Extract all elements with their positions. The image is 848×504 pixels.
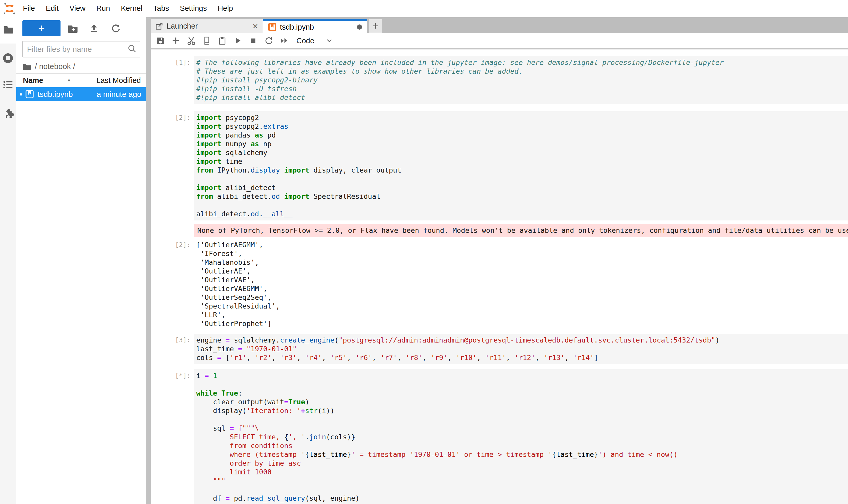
notebook-icon: [268, 23, 276, 31]
file-row-selected[interactable]: tsdb.ipynb a minute ago: [16, 87, 146, 101]
upload-button[interactable]: [86, 21, 102, 36]
cell-3: [3]:engine = sqlalchemy.create_engine("p…: [151, 334, 848, 364]
extension-manager-tab-icon[interactable]: [3, 107, 14, 119]
refresh-button[interactable]: [108, 21, 123, 36]
notebook-file-icon: [25, 90, 34, 98]
notebook-toolbar: Code: [151, 33, 848, 50]
unsaved-dot-icon: [20, 93, 22, 95]
new-tab-button[interactable]: +: [369, 19, 382, 33]
running-kernels-tab-icon[interactable]: [2, 52, 14, 65]
save-button[interactable]: [153, 35, 168, 47]
notebook-scroll-area[interactable]: [1]:# The following libraries have alrea…: [151, 50, 848, 504]
menu-bar: File Edit View Run Kernel Tabs Settings …: [0, 0, 848, 17]
menu-view[interactable]: View: [64, 4, 91, 13]
copy-cells-button[interactable]: [199, 35, 215, 47]
table-of-contents-tab-icon[interactable]: [3, 79, 13, 91]
launcher-icon: [155, 22, 163, 30]
cell-stderr-output: None of PyTorch, TensorFlow >= 2.0, or F…: [151, 224, 848, 237]
file-modified: a minute ago: [97, 90, 141, 98]
run-cell-button[interactable]: [230, 35, 246, 47]
search-icon: [127, 44, 137, 54]
file-browser-tab-icon[interactable]: [3, 24, 13, 35]
filter-files-box: [22, 41, 140, 57]
file-browser-panel: + / notebook / Name ▲ Last Modifi: [16, 17, 146, 504]
cell-output-prompt: [151, 224, 194, 237]
cell-2: [2]:import psycopg2 import psycopg2.extr…: [151, 111, 848, 220]
notebook-cells: [1]:# The following libraries have alrea…: [151, 56, 848, 504]
restart-kernel-button[interactable]: [261, 35, 276, 47]
cut-cells-button[interactable]: [184, 35, 199, 47]
cell-code-editor[interactable]: # The following libraries have already b…: [194, 56, 848, 104]
cell-code-editor[interactable]: i = 1 while True: clear_output(wait=True…: [194, 369, 848, 504]
cell-output-prompt: [2]:: [151, 238, 194, 330]
tab-launcher-label: Launcher: [167, 22, 198, 30]
new-folder-button[interactable]: [65, 21, 80, 36]
breadcrumb-path: / notebook /: [35, 62, 75, 71]
menu-settings[interactable]: Settings: [174, 4, 212, 13]
sort-arrow-icon: ▲: [67, 77, 71, 83]
main-area: Launcher × tsdb.ipynb +: [151, 17, 848, 504]
output-text: ['OutlierAEGMM', 'IForest', 'Mahalanobis…: [194, 238, 848, 330]
cell-4: [*]:i = 1 while True: clear_output(wait=…: [151, 369, 848, 504]
activity-bar: [0, 17, 16, 504]
menu-tabs[interactable]: Tabs: [148, 4, 174, 13]
folder-icon: [22, 62, 31, 71]
jupyter-logo-icon: [3, 1, 16, 16]
file-list-header: Name ▲ Last Modified: [16, 73, 146, 87]
tab-notebook-label: tsdb.ipynb: [280, 23, 314, 32]
tab-notebook[interactable]: tsdb.ipynb: [263, 19, 367, 33]
cell-1: [1]:# The following libraries have alrea…: [151, 56, 848, 104]
unsaved-changes-dot-icon: [357, 24, 362, 30]
stderr-text: None of PyTorch, TensorFlow >= 2.0, or F…: [194, 224, 848, 237]
restart-run-all-button[interactable]: [276, 35, 292, 47]
column-divider: [83, 74, 83, 87]
cell-result-output: [2]:['OutlierAEGMM', 'IForest', 'Mahalan…: [151, 238, 848, 330]
column-name[interactable]: Name: [23, 76, 43, 85]
menu-help[interactable]: Help: [212, 4, 238, 13]
breadcrumb[interactable]: / notebook /: [22, 62, 75, 71]
new-launcher-button[interactable]: +: [22, 20, 60, 36]
file-name: tsdb.ipynb: [38, 90, 73, 98]
cell-input-prompt: [2]:: [151, 111, 194, 220]
paste-cells-button[interactable]: [215, 35, 230, 47]
file-browser-toolbar: +: [16, 20, 146, 36]
menu-kernel[interactable]: Kernel: [115, 4, 148, 13]
cell-input-prompt: [1]:: [151, 56, 194, 104]
filter-files-input[interactable]: [23, 45, 127, 54]
tab-bar: Launcher × tsdb.ipynb +: [151, 17, 848, 33]
interrupt-kernel-button[interactable]: [246, 35, 261, 47]
menu-run[interactable]: Run: [91, 4, 115, 13]
insert-cell-button[interactable]: [168, 35, 184, 47]
tab-close-icon[interactable]: ×: [253, 22, 258, 31]
menu-edit[interactable]: Edit: [40, 4, 64, 13]
menu-file[interactable]: File: [18, 4, 40, 13]
chevron-down-icon[interactable]: [326, 37, 333, 44]
cell-input-prompt: [3]:: [151, 334, 194, 364]
cell-code-editor[interactable]: engine = sqlalchemy.create_engine("postg…: [194, 334, 848, 364]
cell-code-editor[interactable]: import psycopg2 import psycopg2.extras i…: [194, 111, 848, 220]
cell-input-prompt: [*]:: [151, 369, 194, 504]
tab-launcher[interactable]: Launcher ×: [151, 19, 263, 33]
panel-splitter[interactable]: [146, 17, 151, 504]
column-last-modified[interactable]: Last Modified: [96, 76, 141, 85]
cell-type-select[interactable]: Code: [296, 37, 314, 45]
